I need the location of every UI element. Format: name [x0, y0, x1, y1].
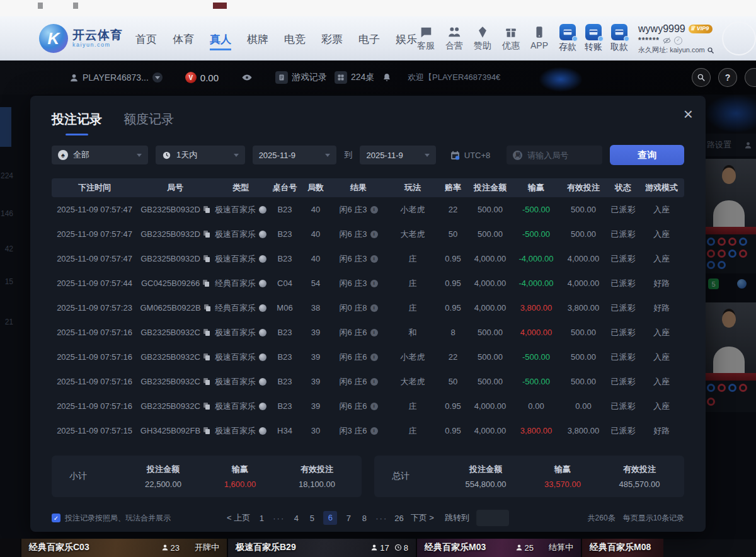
table-name: 经典百家乐M03 — [425, 542, 486, 553]
round-input[interactable] — [527, 151, 596, 160]
date-from-select[interactable]: 2025-11-9 — [253, 146, 337, 164]
live-table-tile[interactable]: 极速百家乐B29 17 8 — [227, 539, 416, 557]
close-icon[interactable]: × — [684, 106, 693, 122]
info-icon[interactable]: i — [370, 280, 378, 287]
copy-icon[interactable] — [203, 280, 209, 287]
info-icon[interactable]: i — [370, 329, 378, 336]
jump-page-input[interactable] — [476, 510, 509, 526]
copy-icon[interactable] — [203, 255, 210, 262]
nav-item[interactable]: 电竞 — [284, 27, 306, 50]
info-icon[interactable]: i — [370, 231, 378, 238]
header-action[interactable]: 优惠 — [502, 25, 520, 52]
help-button[interactable]: ? — [718, 68, 737, 87]
tables-count-button[interactable]: 224桌 — [335, 71, 374, 84]
modal-tab[interactable]: 投注记录 — [52, 111, 102, 135]
info-icon[interactable]: i — [370, 206, 378, 214]
cell-bet-time: 2025-11-09 07:57:16 — [52, 328, 137, 337]
subtotal-label: 小计 — [69, 471, 125, 482]
live-table-tile[interactable]: 经典百家乐M03 25 结算中 — [416, 539, 581, 557]
copy-icon[interactable] — [203, 206, 210, 213]
modal-tab[interactable]: 额度记录 — [123, 111, 174, 135]
header-action[interactable]: 客服 — [417, 25, 435, 52]
nav-item[interactable]: 娱乐 — [396, 27, 417, 50]
app-icon — [532, 25, 546, 39]
cell-round-id: GH3425B092FB — [140, 426, 200, 435]
time-range-select[interactable]: 1天内 — [156, 146, 245, 164]
timezone-display[interactable]: UTC+8 — [450, 150, 491, 161]
bell-icon[interactable] — [382, 72, 392, 83]
header-action[interactable]: 赞助 — [474, 25, 491, 52]
player-count: 25 — [515, 543, 534, 553]
game-records-button[interactable]: 游戏记录 — [275, 71, 327, 84]
eye-icon[interactable] — [241, 72, 253, 83]
page-button[interactable]: 4 — [292, 514, 301, 523]
magnifier-icon[interactable] — [707, 47, 714, 54]
table-header-cell: 玩法 — [387, 182, 438, 193]
info-icon[interactable]: i — [370, 353, 378, 361]
balance-display[interactable]: V 0.00 — [185, 72, 219, 83]
copy-icon[interactable] — [203, 427, 210, 434]
info-icon[interactable]: i — [370, 304, 378, 312]
table-header-row: 下注时间 局号 类型 桌台号 局数 结果 玩法 赔率 投注金额 — [52, 178, 684, 197]
table-row: 2025-11-09 07:57:23 GM0625B0922B 经典百家乐 M… — [52, 296, 684, 320]
user-avatar[interactable] — [722, 21, 756, 55]
info-icon[interactable]: i — [370, 403, 378, 410]
header-action[interactable]: 合营 — [445, 25, 463, 52]
info-icon[interactable]: i — [370, 427, 378, 435]
wallet-action[interactable]: 存款 — [559, 24, 576, 53]
cell-play: 庄 — [387, 253, 438, 265]
date-to-select[interactable]: 2025-11-9 — [360, 146, 435, 164]
page-button[interactable]: ··· — [273, 514, 285, 523]
game-logo-icon — [259, 255, 266, 263]
merge-checkbox[interactable]: ✓ — [52, 514, 60, 522]
copy-icon[interactable] — [203, 329, 210, 336]
player-account-menu[interactable]: PLAYER46873... — [69, 72, 163, 83]
tables-count-label: 224桌 — [351, 72, 374, 83]
copy-icon[interactable] — [203, 353, 210, 360]
page-button[interactable]: ··· — [375, 514, 387, 523]
copy-icon[interactable] — [204, 304, 210, 311]
page-button[interactable]: 6 — [323, 511, 337, 525]
nav-item[interactable]: 棋牌 — [247, 27, 268, 50]
page-button[interactable]: 5 — [307, 514, 316, 523]
page-button[interactable]: < 上页 — [227, 512, 250, 524]
eye-slash-icon[interactable] — [663, 37, 671, 45]
live-table-tile[interactable]: 经典百家乐M08 — [581, 539, 663, 557]
cell-odds: 50 — [438, 229, 467, 239]
info-icon[interactable]: i — [370, 378, 378, 386]
live-table-tile[interactable]: 经典百家乐C03 23 开牌中 — [20, 539, 227, 557]
page-button[interactable]: 1 — [257, 514, 266, 523]
page-button[interactable]: 8 — [360, 514, 369, 523]
header-actions: 客服 合营 赞助 — [417, 25, 548, 52]
wallet-action[interactable]: 取款 — [610, 24, 628, 53]
search-button[interactable]: 查询 — [610, 145, 684, 165]
nav-item[interactable]: 彩票 — [321, 27, 343, 50]
wallet-action[interactable]: 转账 — [585, 24, 602, 53]
info-icon[interactable]: i — [370, 255, 378, 263]
cell-bet-time: 2025-11-09 07:57:23 — [52, 303, 137, 313]
page-button[interactable]: 7 — [344, 514, 353, 523]
brand-logo[interactable]: K 开云体育 kaiyun.com — [39, 24, 123, 53]
category-select[interactable]: ♠ 全部 — [52, 146, 148, 164]
copy-icon[interactable] — [203, 378, 210, 385]
cell-bet-amount: 4,000.00 — [467, 303, 513, 313]
cell-bet-time: 2025-11-09 07:57:15 — [52, 426, 137, 435]
cell-game-mode: 好路 — [639, 278, 684, 289]
total-bet-value: 554,800.00 — [447, 479, 524, 489]
user-info[interactable]: wywy9999 ♛VIP9 ****** ✓ 永久网址: kaiyun.com — [638, 23, 714, 55]
copy-icon[interactable] — [203, 403, 210, 410]
nav-item[interactable]: 首页 — [135, 27, 157, 50]
page-button[interactable]: 26 — [394, 514, 403, 523]
nav-item[interactable]: 体育 — [173, 27, 194, 50]
page-button[interactable]: 下页 > — [411, 512, 434, 524]
search-circle-button[interactable] — [692, 68, 711, 87]
more-button-cut[interactable] — [745, 68, 756, 87]
total-win-header: 输赢 — [524, 464, 601, 475]
nav-item[interactable]: 电子 — [358, 27, 380, 50]
header-action-label: 客服 — [417, 40, 435, 52]
copy-icon[interactable] — [203, 231, 210, 238]
nav-item[interactable]: 真人 — [210, 27, 231, 50]
chevron-down-icon[interactable] — [152, 72, 163, 83]
table-header-cell: 游戏模式 — [639, 182, 684, 193]
header-action[interactable]: APP — [530, 25, 548, 52]
